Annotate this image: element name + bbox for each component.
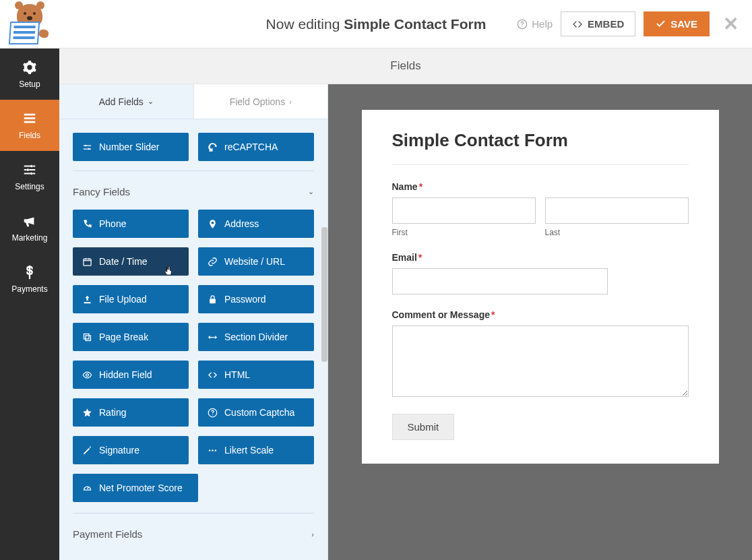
name-label: Name* — [392, 181, 689, 192]
scrollbar[interactable] — [321, 227, 327, 362]
field-nps[interactable]: Net Promoter Score — [73, 474, 198, 502]
sliders-icon — [22, 162, 37, 177]
svg-point-7 — [30, 172, 33, 175]
chevron-right-icon: › — [311, 530, 314, 538]
fancy-fields-heading[interactable]: Fancy Fields⌄ — [73, 170, 314, 210]
embed-button[interactable]: EMBED — [561, 11, 635, 36]
svg-rect-2 — [24, 113, 36, 115]
list-icon — [22, 111, 37, 126]
last-name-input[interactable] — [545, 197, 689, 224]
chevron-down-icon: ⌄ — [308, 187, 314, 196]
divider — [392, 164, 689, 165]
svg-point-15 — [212, 414, 213, 415]
tab-add-fields[interactable]: Add Fields⌄ — [59, 84, 193, 119]
svg-point-8 — [85, 144, 87, 146]
nav-setup[interactable]: Setup — [0, 49, 59, 100]
comment-label: Comment or Message* — [392, 309, 689, 320]
name-field[interactable]: Name* First Last — [392, 181, 689, 237]
section-header: Fields — [59, 49, 752, 84]
eye-icon — [82, 370, 92, 380]
recaptcha-icon — [208, 142, 218, 152]
svg-point-1 — [522, 26, 523, 26]
field-phone[interactable]: Phone — [73, 210, 189, 238]
upload-icon — [82, 294, 92, 305]
field-likert-scale[interactable]: Likert Scale — [198, 436, 314, 464]
save-button[interactable]: SAVE — [644, 11, 710, 36]
field-section-divider[interactable]: Section Divider — [198, 323, 314, 351]
svg-point-5 — [30, 164, 33, 167]
first-sublabel: First — [392, 228, 536, 237]
dollar-icon — [22, 265, 37, 280]
email-label: Email* — [392, 252, 689, 263]
chevron-down-icon: ⌄ — [148, 97, 154, 106]
copy-icon — [82, 332, 92, 342]
chevron-right-icon: › — [289, 98, 292, 106]
email-input[interactable] — [392, 268, 608, 294]
svg-rect-10 — [84, 259, 91, 266]
nav-payments[interactable]: Payments — [0, 253, 59, 305]
comment-field[interactable]: Comment or Message* — [392, 309, 689, 399]
field-date-time[interactable]: Date / Time — [73, 247, 189, 276]
field-address[interactable]: Address — [198, 210, 314, 238]
tachometer-icon — [82, 483, 92, 493]
editing-label: Now editing Simple Contact Form — [266, 16, 487, 32]
svg-rect-4 — [24, 121, 36, 123]
field-website-url[interactable]: Website / URL — [198, 247, 314, 276]
close-icon[interactable]: ✕ — [723, 13, 739, 35]
top-bar: Now editing Simple Contact Form Help EMB… — [0, 0, 752, 49]
field-file-upload[interactable]: File Upload — [73, 285, 189, 313]
help-link[interactable]: Help — [517, 18, 553, 30]
field-recaptcha[interactable]: reCAPTCHA — [198, 133, 314, 161]
ellipsis-icon — [208, 445, 218, 456]
bullhorn-icon — [22, 214, 37, 228]
field-rating[interactable]: Rating — [73, 398, 189, 427]
lock-icon — [208, 294, 218, 305]
payment-fields-heading[interactable]: Payment Fields› — [73, 513, 314, 552]
phone-icon — [82, 219, 92, 229]
field-hidden[interactable]: Hidden Field — [73, 361, 189, 389]
sliders-icon — [82, 142, 92, 152]
svg-point-9 — [88, 148, 90, 150]
fields-panel: Add Fields⌄ Field Options› Number Slider… — [59, 84, 328, 560]
first-name-input[interactable] — [392, 197, 536, 224]
code-icon — [208, 370, 218, 380]
form-preview[interactable]: Simple Contact Form Name* First Last — [362, 110, 719, 464]
field-number-slider[interactable]: Number Slider — [73, 133, 189, 161]
pencil-icon — [82, 445, 92, 456]
help-icon — [517, 19, 528, 30]
field-html[interactable]: HTML — [198, 361, 314, 389]
code-icon — [572, 19, 583, 30]
link-icon — [208, 257, 218, 267]
svg-point-16 — [209, 449, 211, 452]
tab-field-options[interactable]: Field Options› — [193, 84, 328, 119]
left-nav: Setup Fields Settings Marketing Payments — [0, 49, 59, 560]
submit-button[interactable]: Submit — [392, 414, 455, 440]
svg-rect-12 — [84, 334, 90, 339]
svg-rect-13 — [86, 336, 91, 341]
field-custom-captcha[interactable]: Custom Captcha — [198, 398, 314, 427]
nav-fields[interactable]: Fields — [0, 100, 59, 151]
email-field[interactable]: Email* — [392, 252, 689, 294]
field-page-break[interactable]: Page Break — [73, 323, 189, 351]
comment-textarea[interactable] — [392, 325, 689, 397]
field-signature[interactable]: Signature — [73, 436, 189, 464]
field-password[interactable]: Password — [198, 285, 314, 313]
svg-point-6 — [26, 168, 29, 171]
svg-rect-3 — [24, 117, 36, 119]
last-sublabel: Last — [545, 228, 689, 237]
nav-marketing[interactable]: Marketing — [0, 202, 59, 253]
calendar-icon — [82, 257, 92, 267]
arrows-h-icon — [208, 332, 218, 342]
svg-rect-11 — [210, 299, 216, 303]
preview-area: Simple Contact Form Name* First Last — [328, 84, 752, 560]
svg-point-18 — [215, 449, 217, 452]
svg-point-17 — [212, 449, 214, 452]
check-icon — [656, 19, 666, 29]
gear-icon — [22, 60, 37, 75]
wpforms-logo — [7, 4, 53, 44]
pin-icon — [208, 219, 218, 229]
nav-settings[interactable]: Settings — [0, 151, 59, 202]
question-icon — [208, 408, 218, 418]
form-title: Simple Contact Form — [392, 130, 689, 151]
star-icon — [82, 408, 92, 418]
